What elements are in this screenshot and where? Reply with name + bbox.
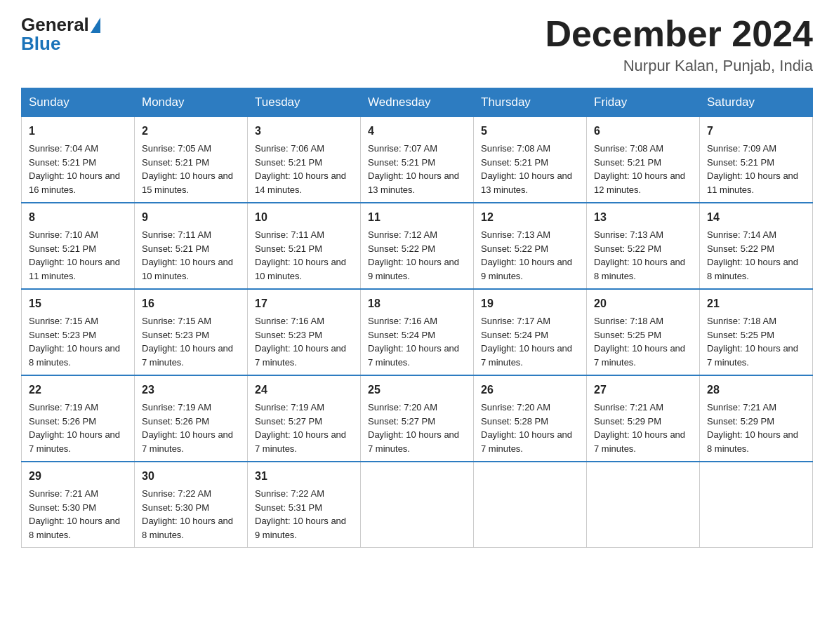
calendar-day-cell: 3Sunrise: 7:06 AMSunset: 5:21 PMDaylight… xyxy=(248,117,361,203)
calendar-day-cell: 15Sunrise: 7:15 AMSunset: 5:23 PMDayligh… xyxy=(22,289,135,375)
calendar-day-cell: 13Sunrise: 7:13 AMSunset: 5:22 PMDayligh… xyxy=(587,203,700,289)
calendar-day-cell: 17Sunrise: 7:16 AMSunset: 5:23 PMDayligh… xyxy=(248,289,361,375)
day-number: 26 xyxy=(481,382,579,398)
location-title: Nurpur Kalan, Punjab, India xyxy=(545,57,813,75)
day-number: 20 xyxy=(594,295,692,312)
day-number: 17 xyxy=(255,295,353,312)
logo-blue-text: Blue xyxy=(21,33,100,55)
weekday-header-row: SundayMondayTuesdayWednesdayThursdayFrid… xyxy=(22,88,813,117)
day-number: 7 xyxy=(707,123,805,140)
calendar-day-cell: 11Sunrise: 7:12 AMSunset: 5:22 PMDayligh… xyxy=(361,203,474,289)
calendar-day-cell: 24Sunrise: 7:19 AMSunset: 5:27 PMDayligh… xyxy=(248,375,361,462)
calendar-day-cell: 29Sunrise: 7:21 AMSunset: 5:30 PMDayligh… xyxy=(22,462,135,548)
calendar-day-cell: 30Sunrise: 7:22 AMSunset: 5:30 PMDayligh… xyxy=(135,462,248,548)
day-number: 16 xyxy=(142,295,240,312)
day-number: 18 xyxy=(368,295,466,312)
day-number: 22 xyxy=(29,382,127,398)
day-number: 29 xyxy=(29,468,127,485)
day-number: 25 xyxy=(368,382,466,398)
calendar-day-cell: 8Sunrise: 7:10 AMSunset: 5:21 PMDaylight… xyxy=(22,203,135,289)
weekday-header-cell: Wednesday xyxy=(361,88,474,117)
day-number: 9 xyxy=(142,209,240,226)
calendar-day-cell: 25Sunrise: 7:20 AMSunset: 5:27 PMDayligh… xyxy=(361,375,474,462)
day-number: 13 xyxy=(594,209,692,226)
calendar-week-row: 22Sunrise: 7:19 AMSunset: 5:26 PMDayligh… xyxy=(22,375,813,462)
calendar-day-cell xyxy=(587,462,700,548)
calendar-week-row: 8Sunrise: 7:10 AMSunset: 5:21 PMDaylight… xyxy=(22,203,813,289)
calendar-week-row: 15Sunrise: 7:15 AMSunset: 5:23 PMDayligh… xyxy=(22,289,813,375)
day-number: 11 xyxy=(368,209,466,226)
day-number: 31 xyxy=(255,468,353,485)
day-number: 3 xyxy=(255,123,353,140)
weekday-header-cell: Tuesday xyxy=(248,88,361,117)
weekday-header-cell: Sunday xyxy=(22,88,135,117)
calendar-week-row: 29Sunrise: 7:21 AMSunset: 5:30 PMDayligh… xyxy=(22,462,813,548)
day-number: 5 xyxy=(481,123,579,140)
day-number: 21 xyxy=(707,295,805,312)
calendar-day-cell xyxy=(474,462,587,548)
calendar-day-cell: 5Sunrise: 7:08 AMSunset: 5:21 PMDaylight… xyxy=(474,117,587,203)
day-number: 12 xyxy=(481,209,579,226)
calendar-day-cell: 26Sunrise: 7:20 AMSunset: 5:28 PMDayligh… xyxy=(474,375,587,462)
day-number: 2 xyxy=(142,123,240,140)
day-number: 23 xyxy=(142,382,240,398)
weekday-header-cell: Monday xyxy=(135,88,248,117)
calendar-day-cell: 31Sunrise: 7:22 AMSunset: 5:31 PMDayligh… xyxy=(248,462,361,548)
weekday-header-cell: Friday xyxy=(587,88,700,117)
calendar-body: 1Sunrise: 7:04 AMSunset: 5:21 PMDaylight… xyxy=(22,117,813,548)
calendar-day-cell: 22Sunrise: 7:19 AMSunset: 5:26 PMDayligh… xyxy=(22,375,135,462)
day-number: 6 xyxy=(594,123,692,140)
calendar-day-cell: 18Sunrise: 7:16 AMSunset: 5:24 PMDayligh… xyxy=(361,289,474,375)
calendar-day-cell: 20Sunrise: 7:18 AMSunset: 5:25 PMDayligh… xyxy=(587,289,700,375)
weekday-header-cell: Thursday xyxy=(474,88,587,117)
day-number: 14 xyxy=(707,209,805,226)
page-header: General Blue December 2024 Nurpur Kalan,… xyxy=(21,14,813,75)
day-number: 4 xyxy=(368,123,466,140)
day-number: 19 xyxy=(481,295,579,312)
calendar-day-cell: 1Sunrise: 7:04 AMSunset: 5:21 PMDaylight… xyxy=(22,117,135,203)
calendar-week-row: 1Sunrise: 7:04 AMSunset: 5:21 PMDaylight… xyxy=(22,117,813,203)
day-number: 30 xyxy=(142,468,240,485)
calendar-day-cell: 7Sunrise: 7:09 AMSunset: 5:21 PMDaylight… xyxy=(700,117,813,203)
day-number: 28 xyxy=(707,382,805,398)
calendar-day-cell xyxy=(361,462,474,548)
day-number: 27 xyxy=(594,382,692,398)
day-number: 24 xyxy=(255,382,353,398)
day-number: 1 xyxy=(29,123,127,140)
calendar-day-cell: 2Sunrise: 7:05 AMSunset: 5:21 PMDaylight… xyxy=(135,117,248,203)
logo-triangle-icon xyxy=(91,18,100,33)
calendar-day-cell: 12Sunrise: 7:13 AMSunset: 5:22 PMDayligh… xyxy=(474,203,587,289)
calendar-day-cell xyxy=(700,462,813,548)
calendar-day-cell: 6Sunrise: 7:08 AMSunset: 5:21 PMDaylight… xyxy=(587,117,700,203)
calendar-day-cell: 19Sunrise: 7:17 AMSunset: 5:24 PMDayligh… xyxy=(474,289,587,375)
logo: General Blue xyxy=(21,14,100,55)
weekday-header-cell: Saturday xyxy=(700,88,813,117)
day-number: 10 xyxy=(255,209,353,226)
calendar-day-cell: 10Sunrise: 7:11 AMSunset: 5:21 PMDayligh… xyxy=(248,203,361,289)
day-number: 8 xyxy=(29,209,127,226)
day-number: 15 xyxy=(29,295,127,312)
calendar-day-cell: 4Sunrise: 7:07 AMSunset: 5:21 PMDaylight… xyxy=(361,117,474,203)
title-area: December 2024 Nurpur Kalan, Punjab, Indi… xyxy=(545,14,813,75)
calendar-day-cell: 21Sunrise: 7:18 AMSunset: 5:25 PMDayligh… xyxy=(700,289,813,375)
calendar-table: SundayMondayTuesdayWednesdayThursdayFrid… xyxy=(21,88,813,548)
calendar-day-cell: 9Sunrise: 7:11 AMSunset: 5:21 PMDaylight… xyxy=(135,203,248,289)
month-title: December 2024 xyxy=(545,14,813,54)
calendar-day-cell: 16Sunrise: 7:15 AMSunset: 5:23 PMDayligh… xyxy=(135,289,248,375)
calendar-day-cell: 28Sunrise: 7:21 AMSunset: 5:29 PMDayligh… xyxy=(700,375,813,462)
calendar-day-cell: 14Sunrise: 7:14 AMSunset: 5:22 PMDayligh… xyxy=(700,203,813,289)
calendar-day-cell: 23Sunrise: 7:19 AMSunset: 5:26 PMDayligh… xyxy=(135,375,248,462)
calendar-day-cell: 27Sunrise: 7:21 AMSunset: 5:29 PMDayligh… xyxy=(587,375,700,462)
